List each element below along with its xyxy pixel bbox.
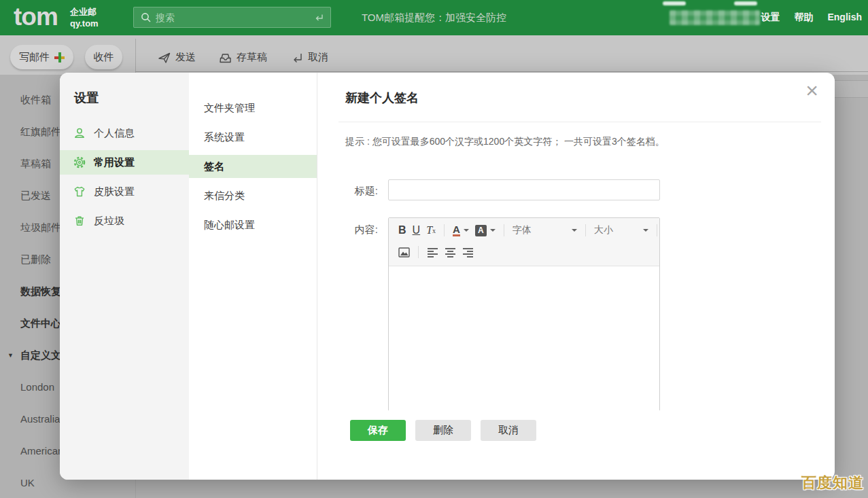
top-bar: tom 企业邮 qy.tom TOM邮箱提醒您：加强安全防控 / 设置 (0, 0, 868, 35)
toolbar-separator (657, 224, 657, 236)
delete-button[interactable]: 删除 (415, 420, 471, 441)
align-center-button[interactable] (445, 247, 456, 257)
submenu-item-system-settings[interactable]: 系统设置 (189, 126, 317, 149)
signature-title-input[interactable] (388, 179, 660, 200)
toolbar-separator (585, 224, 586, 236)
menu-item-anti-spam[interactable]: 反垃圾 (60, 209, 189, 233)
topbar-links: 设置 帮助 English (761, 12, 862, 24)
dialog-title: 新建个人签名 (345, 90, 419, 106)
dialog-hint: 提示 : 您可设置最多600个汉字或1200个英文字符； 一共可设置3个签名档。 (345, 136, 665, 148)
settings-submenu-panel: 文件夹管理 系统设置 签名 来信分类 随心邮设置 (189, 73, 317, 480)
submenu-item-folder-management[interactable]: 文件夹管理 (189, 96, 317, 120)
settings-title: 设置 (60, 73, 189, 106)
cancel-button[interactable]: 取消 (481, 420, 536, 441)
underline-button[interactable]: U (413, 224, 421, 236)
signature-dialog: 新建个人签名 × 提示 : 您可设置最多600个汉字或1200个英文字符； 一共… (317, 73, 835, 480)
save-draft-label: 存草稿 (237, 51, 267, 64)
trash-icon (73, 215, 86, 227)
font-color-button[interactable]: A (453, 224, 469, 236)
list-top-line (135, 71, 868, 72)
content-field-label: 内容: (317, 224, 378, 236)
gear-icon (73, 156, 86, 168)
font-family-select[interactable]: 字体 (513, 224, 577, 236)
editor-toolbar: B U Tx A A 字体 (389, 218, 659, 266)
header-divider (338, 122, 821, 122)
app-window: tom 企业邮 qy.tom TOM邮箱提醒您：加强安全防控 / 设置 (0, 0, 868, 498)
compose-button[interactable]: 写邮件 (10, 45, 73, 69)
mail-toolbar: 写邮件 收件 发送 (0, 35, 868, 75)
submenu-item-mail-classification[interactable]: 来信分类 (189, 184, 317, 207)
baidu-zhidao-watermark: 百度知道 (801, 473, 864, 493)
signature-editor-area[interactable] (389, 266, 659, 413)
settings-link[interactable]: 设置 (761, 12, 780, 24)
blur-artifact (734, 1, 757, 5)
cancel-compose-label: 取消 (308, 51, 328, 64)
clear-format-button[interactable]: Tx (426, 224, 436, 236)
submenu-item-suixin-mail[interactable]: 随心邮设置 (189, 213, 317, 236)
language-link[interactable]: English (827, 12, 862, 24)
plus-icon (54, 52, 65, 63)
send-button[interactable]: 发送 (158, 51, 196, 64)
cancel-compose-button[interactable]: 取消 (290, 51, 328, 64)
menu-item-personal-info[interactable]: 个人信息 (60, 121, 189, 145)
draft-box-icon (219, 51, 232, 64)
caret-down-icon (572, 229, 577, 232)
bold-button[interactable]: B (398, 224, 406, 236)
compose-label: 写邮件 (19, 51, 50, 64)
bg-color-button[interactable]: A (475, 225, 496, 236)
menu-item-general-settings[interactable]: 常用设置 (60, 150, 189, 175)
dialog-header: 新建个人签名 × (317, 73, 835, 122)
account-blurred (670, 10, 760, 25)
align-right-button[interactable] (462, 247, 474, 257)
title-field-label: 标题: (317, 185, 378, 198)
chevron-down-icon[interactable]: ▼ (7, 348, 14, 363)
shirt-icon (73, 185, 86, 198)
toolbar-separator (444, 224, 445, 236)
send-icon (158, 51, 171, 64)
toolbar-separator (504, 224, 504, 236)
receive-label: 收件 (94, 51, 114, 64)
menu-item-skin-settings[interactable]: 皮肤设置 (60, 179, 189, 204)
insert-image-button[interactable] (398, 247, 410, 257)
return-arrow-icon (290, 51, 303, 64)
save-draft-button[interactable]: 存草稿 (219, 51, 267, 64)
settings-menu-panel: 设置 个人信息 (60, 73, 189, 480)
save-button[interactable]: 保存 (350, 420, 406, 441)
submenu-item-signature[interactable]: 签名 (189, 155, 317, 178)
close-icon[interactable]: × (805, 79, 818, 101)
align-left-button[interactable] (427, 247, 438, 257)
help-link[interactable]: 帮助 (794, 12, 813, 24)
receive-button[interactable]: 收件 (85, 45, 122, 69)
caret-down-icon (490, 229, 496, 232)
send-label: 发送 (175, 51, 196, 64)
settings-modal: 设置 个人信息 (60, 73, 835, 480)
blur-artifact (663, 1, 686, 5)
toolbar-actions: 发送 存草稿 取消 (158, 45, 328, 69)
font-size-select[interactable]: 大小 (594, 224, 648, 236)
caret-down-icon (643, 229, 648, 232)
signature-editor: B U Tx A A 字体 (388, 217, 660, 411)
user-icon (73, 127, 86, 139)
caret-down-icon (464, 229, 469, 232)
toolbar-separator (418, 246, 419, 258)
